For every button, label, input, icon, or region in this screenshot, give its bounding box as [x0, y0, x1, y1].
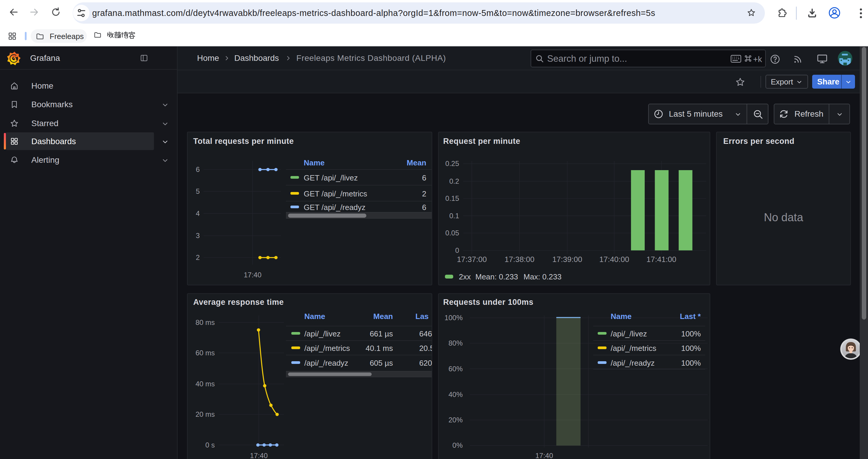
svg-text:17:39:00: 17:39:00 — [552, 255, 582, 264]
svg-text:17:41:00: 17:41:00 — [646, 255, 676, 264]
svg-text:0.25: 0.25 — [445, 160, 459, 167]
svg-text:0 s: 0 s — [205, 441, 215, 449]
svg-text:17:38:00: 17:38:00 — [505, 255, 534, 264]
svg-text:17:37:00: 17:37:00 — [457, 255, 487, 264]
svg-text:80 ms: 80 ms — [195, 319, 215, 326]
svg-text:0: 0 — [455, 246, 459, 254]
svg-text:17:40: 17:40 — [250, 452, 268, 459]
svg-text:40 ms: 40 ms — [195, 380, 215, 388]
svg-text:17:40:00: 17:40:00 — [599, 255, 629, 264]
svg-text:20%: 20% — [448, 416, 463, 424]
svg-text:100%: 100% — [445, 314, 463, 322]
svg-text:20 ms: 20 ms — [195, 410, 215, 418]
svg-text:60%: 60% — [448, 365, 463, 373]
svg-text:0.1: 0.1 — [450, 212, 459, 220]
svg-text:40%: 40% — [448, 391, 463, 398]
svg-text:80%: 80% — [448, 339, 463, 347]
svg-text:60 ms: 60 ms — [195, 349, 215, 357]
svg-text:6: 6 — [196, 165, 200, 173]
svg-text:0%: 0% — [452, 441, 463, 449]
svg-text:0.05: 0.05 — [445, 229, 459, 237]
svg-text:0.2: 0.2 — [450, 177, 459, 185]
svg-text:2: 2 — [196, 254, 200, 261]
svg-text:17:40: 17:40 — [244, 271, 261, 279]
svg-text:4: 4 — [196, 209, 200, 218]
svg-text:5: 5 — [196, 187, 200, 195]
svg-text:3: 3 — [196, 232, 200, 239]
svg-text:0.15: 0.15 — [445, 194, 459, 202]
svg-text:17:40: 17:40 — [535, 452, 553, 459]
